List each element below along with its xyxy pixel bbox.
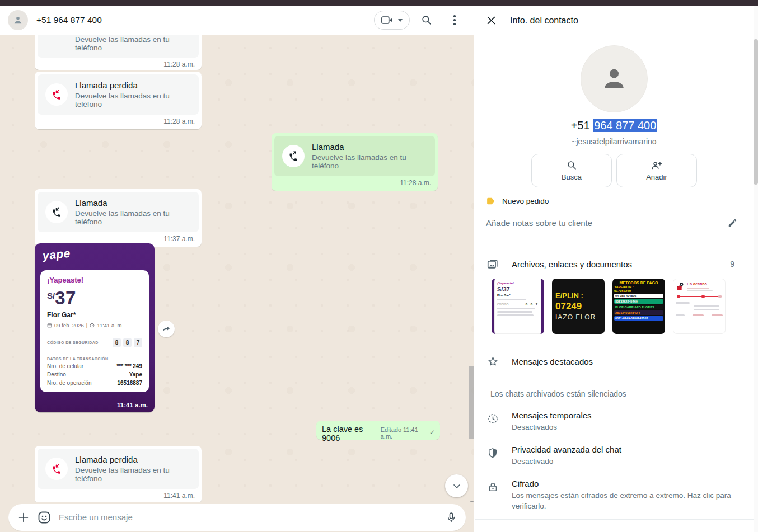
thumb-text: 04-088-424806 xyxy=(614,294,663,298)
order-tag-row[interactable]: Nuevo pedido xyxy=(475,187,754,206)
window-scrollbar-thumb[interactable] xyxy=(754,39,758,185)
missed-call-icon xyxy=(45,83,68,106)
thumb-text: 8983262245460 xyxy=(614,299,663,304)
window-scrollbar[interactable] xyxy=(754,6,758,532)
call-card: Llamada perdida Devuelve las llamadas en… xyxy=(38,74,199,115)
pencil-edit-icon[interactable] xyxy=(727,218,738,228)
contact-avatar[interactable] xyxy=(8,10,28,30)
thumbnail-plin-ad[interactable]: E/PLIN : 07249 IAZO FLOR xyxy=(552,279,605,334)
row-value: *** *** 249 xyxy=(116,363,142,369)
divider xyxy=(475,343,754,343)
message-time: 11:37 a.m. xyxy=(38,232,199,244)
composer-pill xyxy=(8,504,466,531)
yape-security-code-row: CÓDIGO DE SEGURIDAD 8 8 7 xyxy=(47,338,142,347)
search-chat-button[interactable]: Busca xyxy=(531,154,612,187)
message-input[interactable] xyxy=(59,512,438,522)
thumb-text: FLOR GARRIAZO FLORES xyxy=(614,305,663,309)
phone-selected-text: 964 877 400 xyxy=(593,119,657,132)
advanced-privacy-row[interactable]: Privacidad avanzada del chat Desactivado xyxy=(475,438,754,472)
add-contact-button[interactable]: Añadir xyxy=(616,154,697,187)
close-icon[interactable] xyxy=(486,15,497,26)
thumbnail-yape-receipt[interactable]: ¡Yapeaste! S/37 Flor Gar* CÓDIGO8 8 7 xyxy=(492,279,544,334)
client-notes-row[interactable]: Añade notas sobre tu cliente xyxy=(475,206,754,228)
message-outgoing-call[interactable]: Llamada Devuelve las llamadas en tu telé… xyxy=(272,133,438,191)
missed-call-icon xyxy=(45,458,68,480)
media-links-docs-row[interactable]: Archivos, enlaces y documentos 9 xyxy=(475,251,754,277)
action-label: Añadir xyxy=(646,173,667,181)
contact-avatar-large[interactable] xyxy=(581,45,648,112)
lock-icon xyxy=(486,479,499,511)
setting-subtitle: Desactivados xyxy=(512,422,733,432)
transaction-data-label: DATOS DE LA TRANSACCIÓN xyxy=(47,357,142,361)
message-missed-call-1[interactable]: Llamada perdida Devuelve las llamadas en… xyxy=(35,72,202,129)
setting-subtitle: Los mensajes están cifrados de extremo a… xyxy=(512,491,733,511)
row-value: Yape xyxy=(129,371,142,378)
contact-phone[interactable]: +51 964 877 400 xyxy=(475,119,754,132)
setting-title: Privacidad avanzada del chat xyxy=(512,445,742,454)
message-time: 11:28 a.m. xyxy=(38,58,199,69)
media-thumbnails: ¡Yapeaste! S/37 Flor Gar* CÓDIGO8 8 7 E/… xyxy=(475,277,754,343)
incoming-call-icon xyxy=(45,201,68,223)
forward-message-button[interactable] xyxy=(158,321,175,337)
thumb-text: Flor Gar* xyxy=(497,294,539,297)
chat-messages-area[interactable]: Devuelve las llamadas en tu teléfono 11:… xyxy=(0,35,474,502)
call-subtitle: Devuelve las llamadas en tu teléfono xyxy=(75,466,191,483)
call-card: Llamada perdida Devuelve las llamadas en… xyxy=(38,449,199,489)
disappearing-messages-row[interactable]: Mensajes temporales Desactivados xyxy=(475,404,754,438)
star-icon xyxy=(486,356,499,368)
call-card: Devuelve las llamadas en tu teléfono xyxy=(38,35,199,58)
chat-column: +51 964 877 400 Devuelve las llamadas en… xyxy=(0,6,474,532)
message-key-text[interactable]: La clave es 9006 Editado 11:41 a.m. ✓ xyxy=(316,421,440,440)
chat-menu-button[interactable] xyxy=(443,9,466,31)
thumb-text: 8 8 7 xyxy=(526,303,539,306)
encryption-row[interactable]: Cifrado Los mensajes están cifrados de e… xyxy=(475,472,754,516)
video-camera-icon xyxy=(381,16,394,25)
message-time: 11:28 a.m. xyxy=(274,176,435,188)
thumb-text: IAZO FLOR xyxy=(555,313,605,321)
chat-scrollbar-thumb[interactable] xyxy=(469,366,474,439)
microphone-icon[interactable] xyxy=(446,511,457,524)
divider xyxy=(47,352,142,352)
phone-prefix: +51 xyxy=(571,119,593,131)
yape-receipt-card: ¡Yapeaste! S/37 Flor Gar* 09 feb. 2026 |… xyxy=(40,270,149,392)
thumbnail-shipment-tracking[interactable]: En destino xyxy=(673,279,726,334)
chat-header-actions xyxy=(374,9,466,31)
row-label: Nro. de operación xyxy=(47,380,92,386)
thumb-text: METODOS DE PAGO xyxy=(614,281,663,285)
message-call-partial[interactable]: Devuelve las llamadas en tu teléfono 11:… xyxy=(35,35,202,70)
transaction-row: Nro. de operación 16516887 xyxy=(47,380,142,386)
thumb-text: E/PLIN : xyxy=(555,291,605,300)
security-code-digits: 8 8 7 xyxy=(113,338,142,347)
thumb-text: ¡Yapeaste! xyxy=(497,281,539,285)
divider xyxy=(47,333,142,333)
security-code-label: CÓDIGO DE SEGURIDAD xyxy=(47,341,99,345)
transaction-row: Destino Yape xyxy=(47,371,142,378)
video-call-button[interactable] xyxy=(374,11,410,30)
separator: | xyxy=(86,322,87,328)
call-title: Llamada xyxy=(312,142,427,152)
thumb-text: YAPE/PLIN : xyxy=(614,285,663,289)
message-time: 11:28 a.m. xyxy=(38,115,199,126)
thumb-text: 07249 xyxy=(555,301,605,312)
setting-title: Cifrado xyxy=(512,479,742,488)
starred-messages-row[interactable]: Mensajes destacados xyxy=(475,348,754,375)
message-missed-call-2[interactable]: Llamada perdida Devuelve las llamadas en… xyxy=(35,446,202,503)
call-title: Llamada perdida xyxy=(75,81,191,90)
thumbnail-payment-methods[interactable]: METODOS DE PAGO YAPE/PLIN : 917167249 04… xyxy=(612,279,665,334)
thumb-text: CÓDIGO xyxy=(497,303,508,306)
divider xyxy=(475,519,754,520)
call-subtitle: Devuelve las llamadas en tu teléfono xyxy=(312,153,427,170)
calendar-icon xyxy=(47,323,52,328)
call-title: Llamada xyxy=(75,198,191,208)
call-title: Llamada perdida xyxy=(75,455,191,464)
scroll-to-bottom-button[interactable] xyxy=(445,474,468,497)
message-yape-receipt[interactable]: yape ¡Yapeaste! S/37 Flor Gar* 09 feb. 2… xyxy=(35,243,155,412)
archived-muted-note: Los chats archivados están silenciados xyxy=(475,375,754,404)
yape-amount-value: 37 xyxy=(55,288,76,308)
attach-plus-icon[interactable] xyxy=(17,511,30,524)
chat-title[interactable]: +51 964 877 400 xyxy=(36,15,374,25)
message-incoming-call[interactable]: Llamada Devuelve las llamadas en tu telé… xyxy=(35,189,202,247)
row-label: Destino xyxy=(47,371,66,378)
search-in-chat-button[interactable] xyxy=(415,9,438,31)
emoji-sticker-icon[interactable] xyxy=(38,511,51,524)
